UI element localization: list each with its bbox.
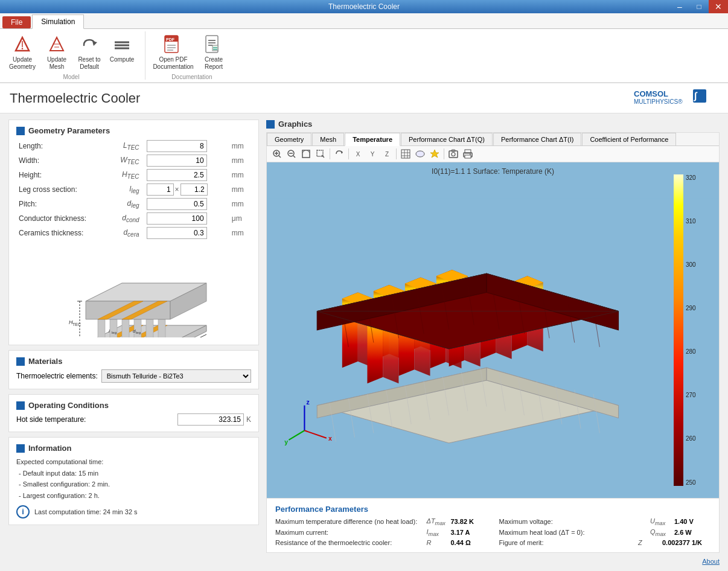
svg-text:COMSOL: COMSOL xyxy=(634,89,668,98)
open-pdf-button[interactable]: PDF Open PDFDocumentation xyxy=(153,33,194,72)
colorbar-290: 290 xyxy=(686,305,696,311)
svg-rect-35 xyxy=(110,319,117,337)
conductor-input[interactable] xyxy=(147,212,207,225)
operating-header: Operating Conditions xyxy=(16,401,251,410)
light-btn[interactable] xyxy=(428,147,441,161)
create-report-button[interactable]: CreateReport xyxy=(196,33,231,72)
svg-line-6 xyxy=(53,37,57,44)
svg-point-88 xyxy=(470,154,471,155)
update-mesh-icon xyxy=(46,34,68,56)
about-link[interactable]: About xyxy=(266,557,720,566)
width-input[interactable] xyxy=(147,155,207,167)
svg-text:PDF: PDF xyxy=(166,37,175,42)
param-width: Width: WTEC mm xyxy=(16,153,251,168)
view-x-btn[interactable]: X xyxy=(351,147,365,161)
reset-default-button[interactable]: Reset toDefault xyxy=(74,33,105,72)
svg-rect-38 xyxy=(146,319,153,337)
tab-perf-i[interactable]: Performance Chart ΔT(I) xyxy=(493,133,581,145)
zoom-out-btn[interactable] xyxy=(285,147,298,161)
update-geometry-button[interactable]: UpdateGeometry xyxy=(5,33,40,72)
perf-max-current: Maximum current: Imax 3.17 A xyxy=(275,528,487,537)
hot-side-label: Hot side temperature: xyxy=(16,415,177,424)
graphics-toolbar: X Y Z xyxy=(267,146,719,162)
tab-file[interactable]: File xyxy=(2,16,31,28)
colorbar-270: 270 xyxy=(686,392,696,398)
perf-resistance: Resistance of the thermoelectric cooler:… xyxy=(275,539,487,546)
material-select[interactable]: Bismuth Telluride - Bi2Te3 xyxy=(101,369,251,383)
tab-temperature[interactable]: Temperature xyxy=(345,133,400,146)
colorbar-320: 320 xyxy=(686,174,696,181)
svg-text:y: y xyxy=(284,439,288,445)
geometry-section-icon xyxy=(16,127,25,135)
height-input[interactable] xyxy=(147,169,207,181)
svg-rect-39 xyxy=(158,319,165,337)
perf-max-voltage: Maximum voltage: Umax 1.40 V xyxy=(499,517,711,526)
mesh-view-btn[interactable] xyxy=(399,147,412,161)
svg-marker-81 xyxy=(430,150,439,158)
zoom-in-btn[interactable] xyxy=(270,147,284,161)
geometry-preview: H TEC l leg d leg L TEC xyxy=(16,245,251,339)
view-y-btn[interactable]: Y xyxy=(366,147,379,161)
minimize-btn[interactable]: – xyxy=(670,0,689,13)
ribbon-group-model: UpdateGeometry UpdateMesh xyxy=(5,31,145,80)
fit-view-btn[interactable] xyxy=(299,147,313,161)
tab-mesh[interactable]: Mesh xyxy=(312,133,344,145)
tab-simulation[interactable]: Simulation xyxy=(32,14,84,29)
svg-rect-36 xyxy=(122,319,129,337)
3d-model-svg: z y x xyxy=(267,162,719,498)
length-input[interactable] xyxy=(147,140,207,152)
svg-point-2 xyxy=(22,48,23,49)
info-text: Expected computational time: - Default i… xyxy=(16,456,251,502)
open-pdf-label: Open PDFDocumentation xyxy=(153,56,193,71)
app-title: Thermoelectric Cooler xyxy=(10,91,140,106)
window-title: Thermoelectric Cooler xyxy=(328,2,400,11)
maximize-btn[interactable]: □ xyxy=(689,0,709,13)
info-icon: i xyxy=(16,505,30,518)
leg-cross-input1[interactable] xyxy=(147,183,174,196)
last-computation: Last computation time: 24 min 32 s xyxy=(34,508,138,515)
pitch-input[interactable] xyxy=(147,198,207,210)
tab-perf-q[interactable]: Performance Chart ΔT(Q) xyxy=(401,133,493,145)
compute-label: Compute xyxy=(110,56,135,63)
svg-rect-34 xyxy=(98,319,105,337)
colorbar: 320 310 300 290 280 270 260 250 xyxy=(674,174,707,486)
param-height: Height: HTEC mm xyxy=(16,168,251,182)
rotate-btn[interactable] xyxy=(333,147,346,161)
surface-btn[interactable] xyxy=(413,147,427,161)
update-mesh-label: UpdateMesh xyxy=(47,56,66,71)
hot-side-unit: K xyxy=(244,415,251,424)
colorbar-310: 310 xyxy=(686,218,696,225)
zoom-box-btn[interactable] xyxy=(314,147,327,161)
graphics-viewport[interactable]: I0(11)=1.1 1 Surface: Temperature (K) xyxy=(267,162,719,498)
svg-point-83 xyxy=(452,153,455,156)
param-ceramics: Ceramics thickness: dcera mm xyxy=(16,226,251,240)
tab-geometry[interactable]: Geometry xyxy=(267,133,311,145)
svg-text:MULTIPHYSICS®: MULTIPHYSICS® xyxy=(634,98,683,105)
svg-line-63 xyxy=(279,156,281,158)
screenshot-btn[interactable] xyxy=(447,147,460,161)
compute-icon xyxy=(111,34,133,56)
hot-side-input[interactable] xyxy=(177,413,244,426)
svg-rect-75 xyxy=(401,150,410,158)
colorbar-280: 280 xyxy=(686,348,696,355)
param-length: Length: LTEC mm xyxy=(16,139,251,153)
view-z-btn[interactable]: Z xyxy=(380,147,394,161)
compute-button[interactable]: Compute xyxy=(106,33,138,65)
create-report-label: CreateReport xyxy=(205,56,223,71)
tab-cop[interactable]: Coefficient of Performance xyxy=(582,133,676,145)
update-mesh-button[interactable]: UpdateMesh xyxy=(41,33,72,72)
perf-max-temp-diff: Maximum temperature difference (no heat … xyxy=(275,517,487,526)
perf-figure-merit: Figure of merit: Z 0.002377 1/K xyxy=(499,539,711,546)
svg-text:l: l xyxy=(109,328,110,334)
svg-text:z: z xyxy=(307,399,310,406)
print-btn[interactable] xyxy=(461,147,474,161)
ribbon-group-documentation: PDF Open PDFDocumentation xyxy=(150,31,231,80)
close-btn[interactable]: ✕ xyxy=(709,0,728,13)
param-leg-cross: Leg cross section: lleg × mm xyxy=(16,182,251,197)
perf-max-heat: Maximum heat load (ΔT = 0): Qmax 2.6 W xyxy=(499,528,711,537)
comsol-logo: COMSOL MULTIPHYSICS® ∫ xyxy=(634,88,718,108)
reset-default-icon xyxy=(78,34,100,56)
svg-text:TEC: TEC xyxy=(72,322,81,327)
ceramics-input[interactable] xyxy=(147,227,207,239)
leg-cross-input2[interactable] xyxy=(180,183,208,196)
